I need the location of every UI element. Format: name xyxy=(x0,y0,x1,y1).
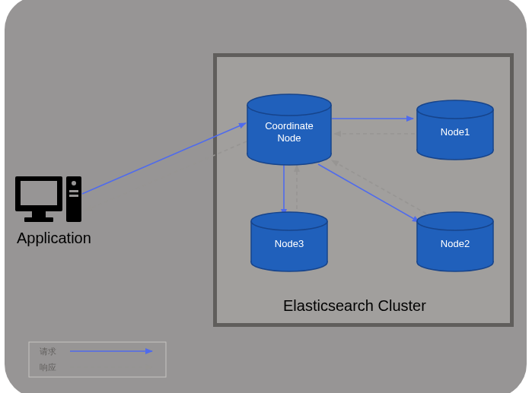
legend-response-label: 响应 xyxy=(40,362,56,373)
cluster-title-label: Elasticsearch Cluster xyxy=(283,297,426,315)
label-coordinate: CoordinateNode xyxy=(265,120,314,145)
cluster-container xyxy=(213,53,514,327)
label-node3: Node3 xyxy=(275,238,304,250)
legend-request-label: 请求 xyxy=(40,346,56,357)
label-node1: Node1 xyxy=(441,126,470,138)
application-label: Application xyxy=(17,230,91,247)
label-node2: Node2 xyxy=(441,238,470,250)
